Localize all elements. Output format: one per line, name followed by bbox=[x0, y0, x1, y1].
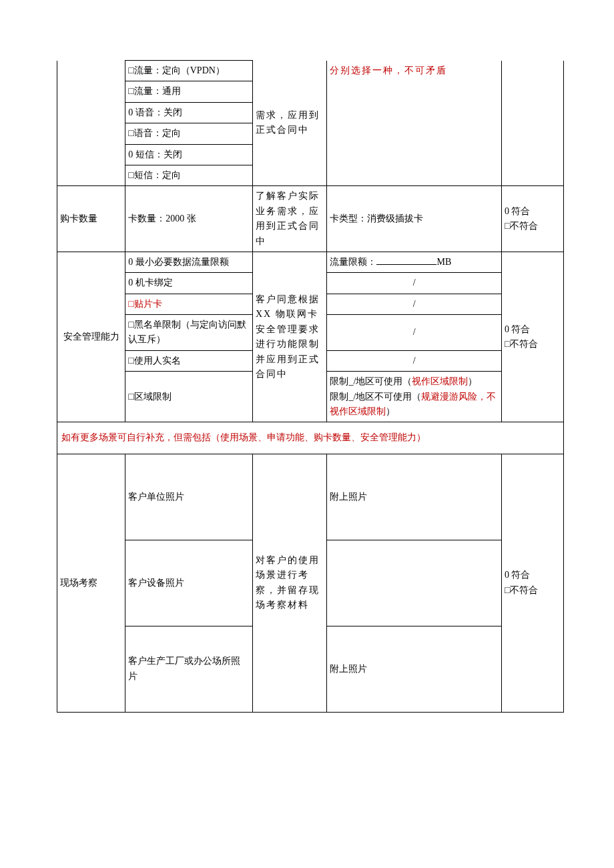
sec-d1b: MB bbox=[436, 257, 451, 267]
sec-d3: / bbox=[327, 294, 502, 314]
sec-o3: □贴片卡 bbox=[125, 294, 253, 314]
apply-label-cell bbox=[57, 61, 125, 186]
site-att2 bbox=[327, 540, 502, 626]
site-p1: 客户单位照片 bbox=[125, 454, 253, 540]
sec-r1: 0 符合 bbox=[505, 324, 531, 334]
sec-o2: 0 机卡绑定 bbox=[125, 273, 253, 294]
buy-purpose: 了解客户实际业务需求，应用到正式合同中 bbox=[252, 186, 327, 252]
apply-opt3: 0 语音：关闭 bbox=[125, 102, 253, 123]
site-r1: 0 符合 bbox=[505, 570, 531, 580]
sec-purpose: 客户同意根据 XX 物联网卡安全管理要求进行功能限制并应用到正式合同中 bbox=[252, 252, 327, 422]
apply-note: 分别选择一种，不可矛盾 bbox=[327, 61, 502, 186]
buy-detail: 卡类型：消费级插拔卡 bbox=[327, 186, 502, 252]
sec-o6: □区域限制 bbox=[125, 372, 253, 422]
apply-opt5: 0 短信：关闭 bbox=[125, 144, 253, 165]
sec-o4: □黑名单限制（与定向访问默认互斥） bbox=[125, 315, 253, 351]
buy-content: 卡数量：2000 张 bbox=[125, 186, 253, 252]
sec-d6a-red: 视作区域限制 bbox=[412, 376, 468, 386]
buy-result: 0 符合 □不符合 bbox=[501, 186, 563, 252]
site-att3: 附上照片 bbox=[327, 626, 502, 712]
sec-d4: / bbox=[327, 315, 502, 351]
site-label: 现场考察 bbox=[57, 454, 125, 712]
requirements-table: □流量：定向（VPDN） 需求，应用到正式合同中 分别选择一种，不可矛盾 □流量… bbox=[57, 60, 564, 713]
sec-d6: 限制_/地区可使用（视作区域限制） 限制_/地区不可使用（规避漫游风险，不视作区… bbox=[327, 372, 502, 422]
site-att1: 附上照片 bbox=[327, 454, 502, 540]
site-p2: 客户设备照片 bbox=[125, 540, 253, 626]
site-result: 0 符合 □不符合 bbox=[501, 454, 563, 712]
sec-d1: 流量限额：MB bbox=[327, 252, 502, 272]
sec-d5: / bbox=[327, 350, 502, 371]
note-row: 如有更多场景可自行补充，但需包括（使用场景、申请功能、购卡数量、安全管理能力） bbox=[57, 422, 564, 454]
sec-d6a: 限制_/地区可使用（ bbox=[330, 376, 412, 386]
site-purpose: 对客户的使用场景进行考察，并留存现场考察材料 bbox=[252, 454, 327, 712]
sec-r2: □不符合 bbox=[505, 339, 538, 349]
apply-opt4: □语音：定向 bbox=[125, 123, 253, 144]
buy-r1: 0 符合 bbox=[505, 206, 531, 216]
site-p3: 客户生产工厂或办公场所照片 bbox=[125, 626, 253, 712]
buy-label: 购卡数量 bbox=[57, 186, 125, 252]
buy-r2: □不符合 bbox=[505, 221, 538, 231]
apply-opt6: □短信：定向 bbox=[125, 165, 253, 185]
sec-d2: / bbox=[327, 273, 502, 294]
sec-d1-blank[interactable] bbox=[376, 255, 436, 265]
apply-opt1: □流量：定向（VPDN） bbox=[125, 61, 253, 81]
sec-result: 0 符合 □不符合 bbox=[501, 252, 563, 422]
sec-d1a: 流量限额： bbox=[330, 257, 376, 267]
apply-result bbox=[501, 61, 563, 186]
sec-d6a-end: ） bbox=[468, 376, 477, 386]
sec-o1: 0 最小必要数据流量限额 bbox=[125, 252, 253, 272]
sec-label: 安全管理能力 bbox=[57, 252, 125, 422]
apply-opt2: □流量：通用 bbox=[125, 81, 253, 102]
apply-purpose: 需求，应用到正式合同中 bbox=[252, 61, 327, 186]
sec-d6b: 限制_/地区不可使用（ bbox=[330, 392, 421, 402]
site-r2: □不符合 bbox=[505, 585, 538, 595]
sec-o5: □使用人实名 bbox=[125, 350, 253, 371]
sec-d6b-end: ） bbox=[386, 406, 395, 416]
